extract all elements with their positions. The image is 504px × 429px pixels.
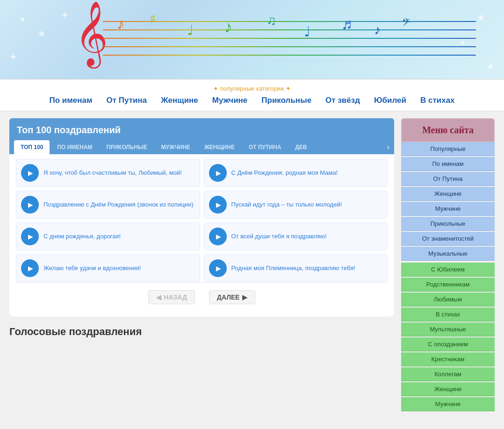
tab-putin[interactable]: ОТ ПУТИНА bbox=[242, 140, 288, 154]
song-title-4[interactable]: Пускай идут года – ты только молодей! bbox=[231, 200, 342, 209]
song-item-5: С днем рожденья, дорогая! bbox=[16, 222, 200, 250]
pagination: ◀ НАЗАД ДАЛЕЕ ▶ bbox=[16, 282, 388, 312]
popular-label: ✦ популярные категории ✦ bbox=[9, 85, 495, 92]
song-item-1: Я хочу, чтоб был счастливым ты, Любимый,… bbox=[16, 159, 200, 187]
tabs-arrow-right[interactable]: › bbox=[387, 143, 389, 151]
song-title-2[interactable]: С Днём Рождения, родная моя Мама! bbox=[231, 169, 338, 177]
play-button-5[interactable] bbox=[21, 228, 39, 245]
music-note: ♪ bbox=[117, 16, 124, 31]
sidebar-item-popular[interactable]: Популярные bbox=[401, 142, 495, 156]
play-button-1[interactable] bbox=[21, 164, 39, 182]
song-item-7: Желаю тебе удачи и вдохновения! bbox=[16, 254, 200, 282]
song-item-2: С Днём Рождения, родная моя Мама! bbox=[204, 159, 388, 187]
staff-lines: ♪ ♯ ♩ ♪ ♫ ♩ ♬ ♪ 𝄢 bbox=[103, 21, 476, 58]
music-note: ♯ bbox=[150, 13, 156, 26]
nav-link-stars[interactable]: От звёзд bbox=[325, 96, 360, 105]
tab-funny[interactable]: ПРИКОЛЬНЫЕ bbox=[100, 140, 154, 154]
nav-link-jubilee[interactable]: Юбилей bbox=[374, 96, 406, 105]
prev-arrow-icon: ◀ bbox=[156, 293, 161, 301]
song-title-5[interactable]: С днем рожденья, дорогая! bbox=[43, 232, 121, 241]
tab-byname[interactable]: ПО ИМЕНАМ bbox=[50, 140, 99, 154]
sidebar-item-men2[interactable]: Мужчине bbox=[401, 397, 495, 411]
music-note: ♫ bbox=[266, 14, 276, 27]
song-title-3[interactable]: Поздравление с Днём Рождения (звонок из … bbox=[43, 200, 193, 209]
sidebar-item-byname[interactable]: По именам bbox=[401, 157, 495, 171]
prev-button[interactable]: ◀ НАЗАД bbox=[148, 290, 195, 304]
header-music: 𝄞 ♪ ♯ ♩ ♪ ♫ ♩ ♬ ♪ 𝄢 bbox=[0, 0, 504, 79]
nav-link-poems[interactable]: В стихах bbox=[420, 96, 455, 105]
sidebar-item-putin[interactable]: От Путина bbox=[401, 172, 495, 186]
music-note: ♩ bbox=[304, 25, 310, 39]
sidebar-green-group: С Юбилеем Родственникам Любимым В стихах… bbox=[401, 263, 495, 411]
top100-list: Я хочу, чтоб был счастливым ты, Любимый,… bbox=[9, 154, 394, 316]
music-note: ♬ bbox=[341, 16, 353, 31]
song-title-6[interactable]: От всей души тебя я поздравляю! bbox=[231, 232, 327, 241]
nav-bar: ✦ популярные категории ✦ По именам От Пу… bbox=[0, 79, 504, 111]
staff-line-3 bbox=[103, 38, 476, 39]
play-button-8[interactable] bbox=[209, 259, 227, 277]
staff-line-1 bbox=[103, 21, 476, 22]
tab-women[interactable]: ЖЕНЩИНЕ bbox=[198, 140, 241, 154]
tab-top100[interactable]: ТОП 100 bbox=[14, 140, 50, 154]
sidebar-item-jubilee[interactable]: С Юбилеем bbox=[401, 263, 495, 277]
next-button[interactable]: ДАЛЕЕ ▶ bbox=[209, 290, 255, 304]
sidebar-item-godchild[interactable]: Крестникам bbox=[401, 352, 495, 366]
music-note: ♩ bbox=[187, 23, 194, 37]
nav-link-byname[interactable]: По именам bbox=[49, 96, 92, 105]
nav-link-funny[interactable]: Прикольные bbox=[261, 96, 311, 105]
left-content: Топ 100 поздравлений ТОП 100 ПО ИМЕНАМ П… bbox=[9, 118, 394, 411]
music-note: ♪ bbox=[224, 19, 232, 35]
tab-men[interactable]: МУЖЧИНЕ bbox=[155, 140, 197, 154]
top100-box: Топ 100 поздравлений ТОП 100 ПО ИМЕНАМ П… bbox=[9, 118, 394, 316]
song-item-3: Поздравление с Днём Рождения (звонок из … bbox=[16, 191, 200, 219]
song-title-8[interactable]: Родная моя Племянница, поздравляю тебя! bbox=[231, 264, 355, 272]
sidebar-item-relatives[interactable]: Родственникам bbox=[401, 278, 495, 292]
sidebar-item-colleagues[interactable]: Коллегам bbox=[401, 367, 495, 381]
sidebar-item-men[interactable]: Мужчине bbox=[401, 202, 495, 216]
music-note: 𝄢 bbox=[402, 17, 410, 29]
header: ✦ ★ ✦ ★ ✦ ★ ✦ 𝄞 ♪ ♯ ♩ ♪ ♫ ♩ ♬ ♪ bbox=[0, 0, 504, 79]
sidebar-item-late[interactable]: С опозданием bbox=[401, 337, 495, 351]
song-item-8: Родная моя Племянница, поздравляю тебя! bbox=[204, 254, 388, 282]
play-button-3[interactable] bbox=[21, 196, 39, 214]
next-arrow-icon: ▶ bbox=[242, 293, 247, 301]
sidebar-item-loved[interactable]: Любимым bbox=[401, 293, 495, 307]
sidebar-item-celebrities[interactable]: От знаменитостей bbox=[401, 232, 495, 246]
right-sidebar: Меню сайта Популярные По именам От Путин… bbox=[401, 118, 495, 411]
next-label: ДАЛЕЕ bbox=[217, 293, 240, 301]
top100-title: Топ 100 поздравлений bbox=[9, 118, 394, 140]
song-item-6: От всей души тебя я поздравляю! bbox=[204, 222, 388, 250]
nav-link-women[interactable]: Женщине bbox=[161, 96, 198, 105]
sidebar-item-funny[interactable]: Прикольные bbox=[401, 217, 495, 231]
play-button-7[interactable] bbox=[21, 259, 39, 277]
prev-label: НАЗАД bbox=[164, 293, 187, 301]
staff-line-5 bbox=[103, 55, 476, 56]
main-content: Топ 100 поздравлений ТОП 100 ПО ИМЕНАМ П… bbox=[0, 111, 504, 418]
staff-line-2 bbox=[103, 29, 476, 30]
nav-links: По именам От Путина Женщине Мужчине Прик… bbox=[9, 96, 495, 105]
voice-section-title: Голосовые поздравления bbox=[9, 323, 394, 340]
nav-link-putin[interactable]: От Путина bbox=[107, 96, 147, 105]
song-title-7[interactable]: Желаю тебе удачи и вдохновения! bbox=[43, 264, 141, 272]
sidebar-item-poems[interactable]: В стихах bbox=[401, 307, 495, 322]
sidebar-item-women2[interactable]: Женщине bbox=[401, 382, 495, 396]
sidebar-item-women[interactable]: Женщине bbox=[401, 187, 495, 201]
top100-tabs: ТОП 100 ПО ИМЕНАМ ПРИКОЛЬНЫЕ МУЖЧИНЕ ЖЕН… bbox=[9, 140, 394, 154]
song-item-4: Пускай идут года – ты только молодей! bbox=[204, 191, 388, 219]
play-button-6[interactable] bbox=[209, 228, 227, 245]
sidebar-blue-group: Популярные По именам От Путина Женщине М… bbox=[401, 142, 495, 261]
play-button-4[interactable] bbox=[209, 196, 227, 214]
sidebar-item-musical[interactable]: Музыкальные bbox=[401, 247, 495, 261]
music-staff: ♪ ♯ ♩ ♪ ♫ ♩ ♬ ♪ 𝄢 bbox=[103, 21, 476, 58]
top100-grid: Я хочу, чтоб был счастливым ты, Любимый,… bbox=[16, 159, 388, 282]
nav-link-men[interactable]: Мужчине bbox=[212, 96, 248, 105]
sidebar-item-cartoons[interactable]: Мультяшные bbox=[401, 322, 495, 336]
music-note: ♪ bbox=[374, 23, 381, 36]
sidebar-title: Меню сайта bbox=[401, 118, 495, 142]
tab-dev[interactable]: ДЕВ bbox=[288, 140, 313, 154]
song-title-1[interactable]: Я хочу, чтоб был счастливым ты, Любимый,… bbox=[43, 169, 182, 177]
play-button-2[interactable] bbox=[209, 164, 227, 182]
staff-line-4 bbox=[103, 46, 476, 47]
